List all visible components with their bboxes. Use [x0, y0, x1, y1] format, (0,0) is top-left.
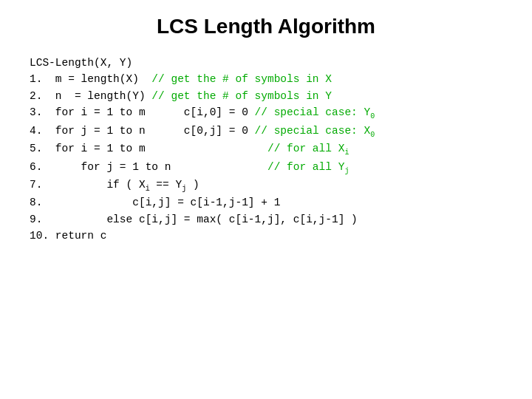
line9-code: 9. else c[i,j] = max( c[i-1,j], c[i,j-1]… [30, 211, 358, 228]
line4-comment: // special case: X0 [255, 123, 375, 140]
line3-comment: // special case: Y0 [255, 104, 375, 122]
line5-comment: // for all Xi [267, 140, 349, 158]
page: LCS Length Algorithm LCS-Length(X, Y) 1.… [0, 0, 532, 399]
line0-text: LCS-Length(X, Y) [30, 55, 132, 71]
code-line-0: LCS-Length(X, Y) [30, 55, 510, 71]
code-line-10: 10. return c [30, 228, 510, 244]
line8-code: 8. c[i,j] = c[i-1,j-1] + 1 [30, 194, 280, 211]
code-line-8: 8. c[i,j] = c[i-1,j-1] + 1 [30, 194, 510, 211]
line2-num: 2. n = length(Y) [30, 88, 151, 104]
page-title: LCS Length Algorithm [157, 15, 375, 38]
line7-code: 7. if ( Xi == Yj ) [30, 177, 200, 194]
line1-num: 1. m = length(X) [30, 71, 151, 87]
code-line-2: 2. n = length(Y) // get the # of symbols… [30, 88, 510, 104]
line5-code: 5. for i = 1 to m [30, 140, 267, 157]
code-line-4: 4. for j = 1 to n c[0,j] = 0 // special … [30, 123, 510, 140]
line3-code: 3. for i = 1 to m c[i,0] = 0 [30, 104, 255, 120]
line4-code: 4. for j = 1 to n c[0,j] = 0 [30, 123, 255, 139]
code-line-5: 5. for i = 1 to m // for all Xi [30, 140, 510, 158]
code-line-9: 9. else c[i,j] = max( c[i-1,j], c[i,j-1]… [30, 211, 510, 228]
line10-code: 10. return c [30, 228, 106, 244]
code-line-7: 7. if ( Xi == Yj ) [30, 177, 510, 194]
code-line-1: 1. m = length(X) // get the # of symbols… [30, 71, 510, 87]
code-line-3: 3. for i = 1 to m c[i,0] = 0 // special … [30, 104, 510, 122]
line6-code: 6. for j = 1 to n [30, 159, 267, 175]
line1-comment: // get the # of symbols in X [151, 71, 332, 87]
code-block: LCS-Length(X, Y) 1. m = length(X) // get… [22, 55, 510, 245]
line6-comment: // for all Yj [267, 159, 349, 177]
line2-comment: // get the # of symbols in Y [151, 88, 332, 104]
code-line-6: 6. for j = 1 to n // for all Yj [30, 159, 510, 177]
